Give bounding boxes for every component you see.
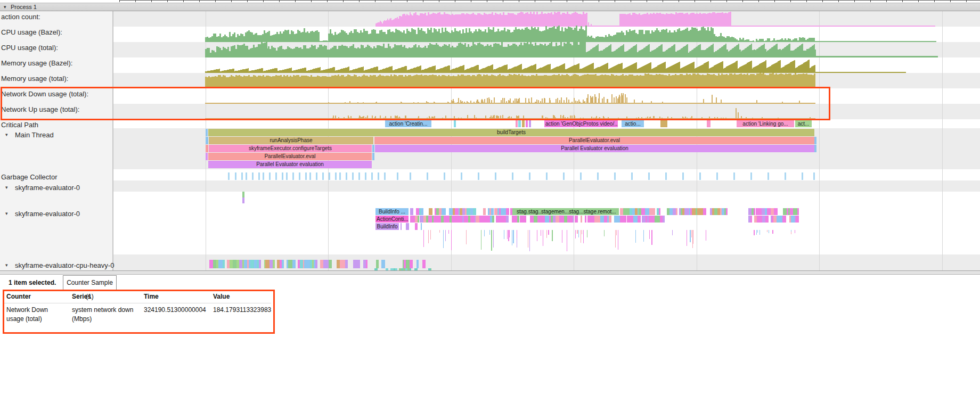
trace-slice[interactable] bbox=[445, 230, 446, 241]
trace-slice[interactable] bbox=[618, 230, 618, 250]
trace-slice[interactable] bbox=[541, 230, 541, 236]
trace-slice[interactable] bbox=[358, 260, 360, 268]
trace-slice[interactable] bbox=[372, 145, 374, 152]
trace-slice[interactable] bbox=[329, 260, 332, 268]
trace-slice[interactable] bbox=[223, 260, 225, 268]
trace-slice[interactable] bbox=[260, 260, 261, 268]
trace-slice[interactable] bbox=[750, 216, 752, 223]
gc-tick[interactable] bbox=[631, 172, 633, 180]
gc-tick[interactable] bbox=[309, 172, 311, 180]
trace-slice[interactable] bbox=[422, 260, 426, 268]
trace-slice[interactable] bbox=[282, 260, 284, 268]
trace-slice[interactable] bbox=[484, 230, 485, 236]
gc-tick[interactable] bbox=[346, 172, 347, 180]
trace-slice[interactable]: Parallel Evaluator evaluation bbox=[375, 145, 814, 152]
trace-slice[interactable] bbox=[428, 216, 432, 223]
trace-slice[interactable] bbox=[660, 120, 667, 127]
trace-slice[interactable] bbox=[491, 230, 492, 251]
track-label[interactable]: Memory usage (total): bbox=[1, 75, 68, 83]
trace-slice[interactable] bbox=[707, 120, 710, 127]
trace-slice[interactable] bbox=[659, 208, 660, 215]
process-group-header[interactable]: ▾ Process 1 bbox=[0, 3, 980, 11]
trace-slice[interactable] bbox=[467, 208, 470, 215]
cell-counter[interactable]: Network Down usage (total) bbox=[6, 306, 66, 324]
trace-slice[interactable] bbox=[492, 216, 494, 223]
collapse-arrow-icon[interactable]: ▾ bbox=[5, 211, 8, 216]
trace-slice[interactable] bbox=[795, 230, 795, 233]
gc-tick[interactable] bbox=[258, 172, 260, 180]
trace-slice[interactable] bbox=[576, 216, 578, 223]
tab-counter-sample[interactable]: Counter Sample (1) bbox=[63, 275, 117, 290]
trace-slice[interactable]: skyframeExecutor.configureTargets bbox=[209, 145, 372, 152]
gc-tick[interactable] bbox=[275, 172, 277, 180]
trace-slice[interactable]: act... bbox=[795, 120, 812, 127]
gc-tick[interactable] bbox=[365, 172, 366, 180]
trace-slice[interactable] bbox=[504, 230, 504, 239]
trace-slice[interactable] bbox=[796, 216, 799, 223]
collapse-arrow-icon[interactable]: ▾ bbox=[5, 262, 8, 268]
trace-slice[interactable] bbox=[518, 120, 521, 127]
gc-tick[interactable] bbox=[461, 172, 462, 180]
trace-slice[interactable] bbox=[663, 216, 665, 223]
trace-slice[interactable] bbox=[638, 216, 640, 223]
collapse-arrow-icon[interactable]: ▾ bbox=[5, 185, 8, 190]
cell-series[interactable]: system network down (Mbps) bbox=[72, 306, 141, 324]
gc-tick[interactable] bbox=[286, 172, 288, 180]
trace-slice[interactable] bbox=[537, 230, 537, 241]
trace-slice[interactable] bbox=[543, 230, 543, 246]
trace-slice[interactable] bbox=[509, 230, 510, 237]
gc-tick[interactable] bbox=[299, 172, 300, 180]
trace-slice[interactable] bbox=[626, 208, 630, 215]
gc-tick[interactable] bbox=[305, 172, 307, 180]
track-label[interactable]: skyframe-evaluator-cpu-heavy-0 bbox=[15, 261, 114, 269]
trace-slice[interactable]: action 'Creatin... bbox=[385, 120, 431, 127]
trace-slice[interactable] bbox=[292, 260, 296, 268]
col-header-time[interactable]: Time bbox=[144, 293, 159, 300]
trace-slice[interactable] bbox=[421, 223, 422, 230]
trace-slice[interactable] bbox=[692, 230, 693, 248]
trace-slice[interactable] bbox=[653, 208, 656, 215]
gc-tick[interactable] bbox=[785, 172, 786, 180]
trace-slice[interactable] bbox=[516, 120, 518, 127]
trace-slice[interactable] bbox=[534, 216, 537, 223]
trace-slice[interactable] bbox=[562, 230, 562, 243]
trace-slice[interactable] bbox=[206, 137, 208, 144]
trace-slice[interactable] bbox=[209, 260, 213, 268]
trace-slice[interactable] bbox=[693, 230, 693, 244]
gc-tick[interactable] bbox=[378, 172, 379, 180]
trace-slice[interactable] bbox=[376, 260, 379, 268]
trace-slice[interactable] bbox=[439, 230, 440, 233]
track-label[interactable]: skyframe-evaluator-0 bbox=[15, 184, 80, 192]
gc-tick[interactable] bbox=[802, 172, 803, 180]
col-header-series[interactable]: Series bbox=[72, 293, 91, 300]
trace-slice[interactable] bbox=[415, 223, 418, 230]
trace-slice[interactable] bbox=[315, 260, 317, 268]
track-label[interactable]: Critical Path bbox=[1, 121, 38, 129]
trace-slice[interactable] bbox=[703, 208, 706, 215]
gc-tick[interactable] bbox=[322, 172, 324, 180]
gc-tick[interactable] bbox=[495, 172, 496, 180]
track-label[interactable]: action count: bbox=[1, 13, 40, 21]
trace-slice[interactable]: BuildInfo bbox=[375, 223, 399, 230]
trace-slice[interactable] bbox=[581, 230, 581, 243]
trace-slice[interactable] bbox=[756, 230, 757, 235]
gc-tick[interactable] bbox=[228, 172, 230, 180]
trace-slice[interactable] bbox=[687, 230, 687, 246]
gc-tick[interactable] bbox=[614, 172, 616, 180]
gc-tick[interactable] bbox=[252, 172, 254, 180]
trace-slice[interactable] bbox=[676, 208, 677, 215]
track-label[interactable]: Memory usage (Bazel): bbox=[1, 59, 72, 67]
trace-slice[interactable] bbox=[489, 230, 490, 235]
trace-slice[interactable] bbox=[591, 216, 594, 223]
gc-tick[interactable] bbox=[329, 172, 330, 180]
trace-slice[interactable] bbox=[513, 230, 514, 243]
trace-slice[interactable] bbox=[429, 208, 432, 215]
trace-slice[interactable] bbox=[814, 137, 816, 144]
trace-slice[interactable] bbox=[581, 216, 582, 223]
trace-slice[interactable] bbox=[690, 230, 691, 242]
gc-tick[interactable] bbox=[397, 172, 398, 180]
gc-tick[interactable] bbox=[580, 172, 582, 180]
trace-slice[interactable] bbox=[577, 230, 578, 234]
gc-tick[interactable] bbox=[665, 172, 667, 180]
trace-slice[interactable] bbox=[451, 230, 452, 250]
